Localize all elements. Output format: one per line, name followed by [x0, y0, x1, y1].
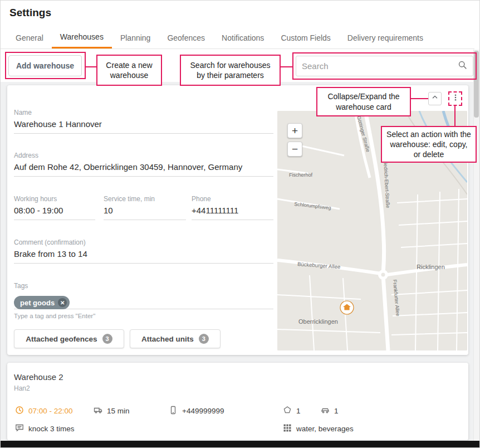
annotation-connector — [86, 66, 96, 67]
warehouse2-comment: knock 3 times — [15, 423, 75, 434]
scrollbar-thumb[interactable] — [474, 51, 479, 118]
settings-screen: Settings General Warehouses Planning Geo… — [0, 0, 480, 448]
annotation-connector — [281, 66, 292, 67]
goods-value: water, beverages — [296, 425, 354, 433]
search-box — [296, 56, 473, 76]
tag-chip[interactable]: pet goods ✕ — [14, 296, 70, 309]
warehouse-card-collapsed[interactable]: Warehouse 2 Han2 07:00 - 22:00 15 min +4… — [7, 363, 468, 440]
kebab-menu-icon — [452, 94, 459, 104]
annotation-connector — [454, 106, 455, 126]
tab-delivery-requirements[interactable]: Delivery requirements — [339, 27, 432, 48]
phone-input[interactable] — [192, 206, 273, 215]
geofences-count: 1 — [296, 407, 301, 415]
comment-icon — [15, 423, 24, 434]
attached-units-button[interactable]: Attached units 3 — [130, 329, 221, 348]
address-label: Address — [14, 152, 273, 159]
attached-units-label: Attached units — [141, 335, 194, 343]
tab-warehouses[interactable]: Warehouses — [52, 27, 112, 48]
chevron-up-icon — [431, 94, 439, 104]
service-time-value: 15 min — [107, 407, 130, 415]
map-label: Ricklingen — [417, 264, 445, 270]
name-input[interactable] — [14, 119, 273, 129]
tag-chip-label: pet goods — [20, 299, 55, 307]
clock-icon — [15, 406, 24, 416]
warehouse2-service-time: 15 min — [94, 406, 130, 416]
units-count-badge: 3 — [199, 334, 209, 344]
annotation-actions-hint: Select an action with the warehouse: edi… — [381, 126, 477, 163]
geofence-icon — [283, 406, 292, 416]
tab-general[interactable]: General — [7, 27, 52, 48]
phone-label: Phone — [192, 195, 273, 203]
tab-geofences[interactable]: Geofences — [159, 27, 213, 48]
service-time-field: Service time, min — [104, 195, 186, 220]
comment-label: Comment (confirmation) — [14, 238, 273, 246]
annotation-create-warehouse: Create a new warehouse — [96, 55, 162, 86]
warehouse2-title: Warehouse 2 — [14, 372, 63, 382]
annotation-search-hint: Search for warehouses by their parameter… — [180, 55, 281, 86]
page-title: Settings — [9, 7, 51, 19]
warehouse2-units: 1 — [321, 406, 339, 416]
map-label: Fischerhof — [289, 172, 313, 178]
working-hours-field: Working hours — [14, 195, 95, 220]
tags-field: Tags pet goods ✕ — [14, 282, 273, 309]
comment-input[interactable] — [14, 249, 273, 259]
tab-custom-fields[interactable]: Custom Fields — [272, 27, 339, 48]
phone-value: +449999999 — [182, 407, 224, 415]
tabs-divider — [1, 48, 474, 49]
name-field: Name — [14, 109, 273, 134]
zoom-out-button[interactable]: − — [287, 142, 302, 157]
address-field: Address — [14, 152, 273, 177]
warehouse2-phone: +449999999 — [169, 406, 224, 416]
add-warehouse-button[interactable]: Add warehouse — [8, 55, 82, 76]
units-count: 1 — [334, 407, 339, 415]
hours-value: 07:00 - 22:00 — [28, 407, 73, 415]
working-hours-label: Working hours — [14, 195, 95, 203]
attached-geofences-button[interactable]: Attached geofences 3 — [14, 329, 124, 348]
working-hours-input[interactable] — [14, 206, 95, 215]
warehouse2-goods: water, beverages — [283, 423, 354, 434]
tags-label: Tags — [14, 282, 273, 290]
map-label: Oberricklingen — [298, 318, 338, 325]
annotation-connector — [411, 98, 428, 99]
search-input[interactable] — [302, 61, 458, 71]
card-actions-menu-button[interactable] — [448, 91, 462, 106]
tag-hint: Type a tag and press "Enter" — [14, 313, 95, 319]
scrollbar-track[interactable] — [473, 50, 479, 441]
tab-notifications[interactable]: Notifications — [213, 27, 272, 48]
comment-field: Comment (confirmation) — [14, 238, 273, 264]
remove-tag-icon[interactable]: ✕ — [58, 298, 67, 307]
grid-goods-icon — [283, 423, 292, 434]
warehouse2-hours: 07:00 - 22:00 — [15, 406, 73, 416]
warehouse-marker-icon[interactable] — [340, 301, 354, 314]
truck-icon — [94, 406, 102, 416]
address-input[interactable] — [14, 162, 273, 172]
service-time-label: Service time, min — [104, 195, 186, 203]
warehouse2-code: Han2 — [14, 384, 30, 392]
geofences-count-badge: 3 — [102, 334, 112, 344]
phone-icon — [169, 406, 178, 416]
tab-bar: General Warehouses Planning Geofences No… — [7, 27, 432, 48]
zoom-in-button[interactable]: + — [287, 123, 302, 138]
comment-value: knock 3 times — [28, 425, 75, 433]
bottom-bar — [1, 441, 480, 448]
search-icon — [458, 60, 467, 72]
car-icon — [321, 406, 330, 416]
warehouse2-geofences: 1 — [283, 406, 301, 416]
annotation-collapse-hint: Collapse/Expand the warehouse card — [316, 87, 411, 116]
attached-geofences-label: Attached geofences — [26, 335, 97, 343]
service-time-input[interactable] — [104, 206, 186, 215]
name-label: Name — [14, 109, 273, 116]
phone-field: Phone — [192, 195, 273, 220]
tab-planning[interactable]: Planning — [112, 27, 159, 48]
collapse-card-button[interactable] — [428, 92, 442, 105]
